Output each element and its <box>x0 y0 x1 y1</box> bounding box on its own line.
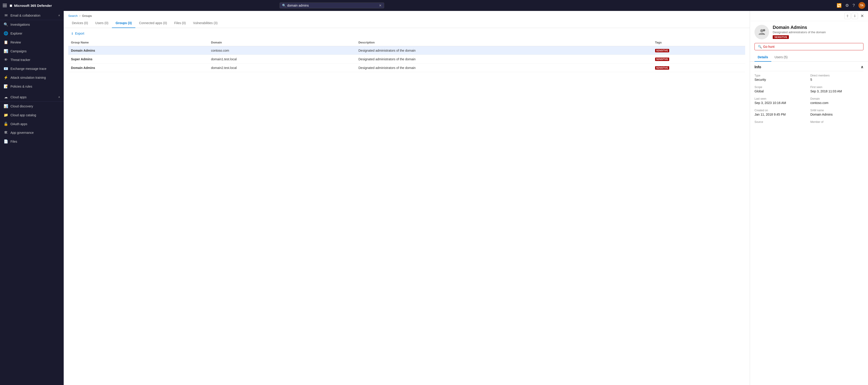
sidebar-item-exchange-message-trace[interactable]: 📧 Exchange message trace <box>0 64 64 73</box>
col-description[interactable]: Description <box>356 39 652 46</box>
info-created-on-label: Created on <box>754 109 808 112</box>
sidebar-item-cloud-app-catalog[interactable]: 📁 Cloud app catalog <box>0 111 64 119</box>
info-scope: Scope Global <box>754 86 808 93</box>
user-avatar[interactable]: TA <box>859 2 865 9</box>
detail-close-button[interactable]: ✕ <box>859 13 865 19</box>
sidebar-item-cloud-discovery[interactable]: 📊 Cloud discovery <box>0 102 64 111</box>
hamburger-icon[interactable] <box>3 4 7 7</box>
sidebar-item-label: OAuth apps <box>10 122 27 126</box>
groups-table-container: Group Name Domain Description Tags Domai… <box>64 39 750 72</box>
row-domain: contoso.com <box>208 46 356 55</box>
sidebar-item-investigations[interactable]: 🔍 Investigations <box>0 20 64 29</box>
nav-prev-button[interactable]: ⇧ <box>844 13 851 19</box>
global-search-box[interactable]: 🔍 ✕ <box>280 2 384 8</box>
row-description: Designated administrators of the domain <box>356 46 652 55</box>
tab-files[interactable]: Files (0) <box>170 19 189 28</box>
detail-tab-users[interactable]: Users (5) <box>771 53 791 62</box>
col-tags[interactable]: Tags <box>652 39 745 46</box>
tab-connected-apps[interactable]: Connected apps (0) <box>135 19 170 28</box>
sidebar-item-label: Review <box>10 40 21 44</box>
oauth-icon: 🔓 <box>4 122 8 126</box>
sidebar-item-campaigns[interactable]: 📊 Campaigns <box>0 47 64 56</box>
col-domain[interactable]: Domain <box>208 39 356 46</box>
exchange-icon: 📧 <box>4 66 8 71</box>
info-source-label: Source <box>754 120 808 123</box>
info-section-label: Info <box>754 65 761 69</box>
export-button[interactable]: ⇓ Export <box>68 30 87 37</box>
info-last-seen: Last seen Sep 3, 2023 10:16 AM <box>754 97 808 105</box>
row-tags: SENSITIVE <box>652 46 745 55</box>
search-clear-icon[interactable]: ✕ <box>379 4 382 7</box>
row-description: Designated administrators of the domain <box>356 63 652 72</box>
info-created-on: Created on Jan 11, 2018 9:45 PM <box>754 109 808 116</box>
info-first-seen-label: First seen <box>810 86 864 89</box>
detail-subtitle: Designated administrators of the domain <box>773 30 863 34</box>
info-domain: Domain contoso.com <box>810 97 864 105</box>
sidebar-group-cloud-apps[interactable]: ☁ Cloud apps ∧ <box>0 93 64 101</box>
email-section: 🔍 Investigations 🌐 Explorer 📋 Review 📊 C… <box>0 20 64 91</box>
detail-sensitive-badge: SENSITIVE <box>773 35 789 39</box>
sidebar-item-explorer[interactable]: 🌐 Explorer <box>0 29 64 38</box>
settings-icon[interactable]: ⚙ <box>845 3 849 8</box>
info-direct-members-value: 5 <box>810 78 864 82</box>
sidebar-item-review[interactable]: 📋 Review <box>0 38 64 47</box>
sidebar-group-email-collaboration[interactable]: ✉ Email & collaboration ∧ <box>0 11 64 20</box>
cloud-section: 📊 Cloud discovery 📁 Cloud app catalog 🔓 … <box>0 101 64 146</box>
sidebar-item-oauth-apps[interactable]: 🔓 OAuth apps <box>0 119 64 128</box>
sidebar-item-policies-rules[interactable]: 📝 Policies & rules <box>0 82 64 91</box>
info-grid: Type Security Direct members 5 Scope Glo… <box>754 74 863 124</box>
threat-tracker-icon: 👁 <box>4 58 8 62</box>
go-hunt-label: Go hunt <box>763 45 775 49</box>
tab-vulnerabilities[interactable]: Vulnerabilities (3) <box>189 19 221 28</box>
sidebar-item-label: Cloud app catalog <box>10 113 36 117</box>
sidebar: ✉ Email & collaboration ∧ 🔍 Investigatio… <box>0 11 64 385</box>
export-label: Export <box>75 32 84 35</box>
info-section-header[interactable]: Info ∧ <box>754 62 863 71</box>
sidebar-item-threat-tracker[interactable]: 👁 Threat tracker <box>0 56 64 64</box>
topbar-right: 🔁 ⚙ ? TA <box>837 2 865 9</box>
info-sam-name-label: SAM name <box>810 109 864 112</box>
share-icon[interactable]: 🔁 <box>837 3 842 8</box>
info-direct-members: Direct members 5 <box>810 74 864 82</box>
tab-devices[interactable]: Devices (0) <box>68 19 92 28</box>
files-icon: 📄 <box>4 139 8 144</box>
table-row[interactable]: Domain Admins contoso.com Designated adm… <box>68 46 745 55</box>
col-group-name[interactable]: Group Name <box>68 39 208 46</box>
detail-tabs: Details Users (5) <box>750 53 868 62</box>
attack-icon: ⚡ <box>4 75 8 80</box>
row-description: Designated administrators of the domain <box>356 55 652 63</box>
sidebar-item-label: Cloud discovery <box>10 105 33 108</box>
app-governance-icon: 🛠 <box>4 130 8 135</box>
tab-groups[interactable]: Groups (3) <box>112 19 135 28</box>
sidebar-item-label: Explorer <box>10 32 22 35</box>
sidebar-item-app-governance[interactable]: 🛠 App governance <box>0 128 64 137</box>
sidebar-item-label: Campaigns <box>10 49 27 53</box>
global-search-input[interactable] <box>287 4 378 7</box>
sidebar-item-files[interactable]: 📄 Files <box>0 137 64 146</box>
help-icon[interactable]: ? <box>852 3 855 8</box>
table-row[interactable]: Super Admins domain1.test.local Designat… <box>68 55 745 63</box>
sidebar-item-label: Policies & rules <box>10 85 32 88</box>
row-group-name: Super Admins <box>68 55 208 63</box>
go-hunt-icon: 🔍 <box>758 45 762 49</box>
sidebar-item-label: Investigations <box>10 23 30 26</box>
sidebar-item-label: Exchange message trace <box>10 67 46 70</box>
detail-panel-nav: ⇧ ⇩ ✕ <box>750 11 868 21</box>
info-scope-label: Scope <box>754 86 808 89</box>
sidebar-item-label-cloud: Cloud apps <box>10 95 27 99</box>
go-hunt-button[interactable]: 🔍 Go hunt <box>754 43 863 50</box>
chevron-up-icon: ∧ <box>58 14 60 17</box>
result-tabs: Devices (0) Users (0) Groups (3) Connect… <box>64 19 750 28</box>
sidebar-item-label: Threat tracker <box>10 58 30 62</box>
main-content: Search > Groups Devices (0) Users (0) Gr… <box>64 11 868 385</box>
nav-next-button[interactable]: ⇩ <box>851 13 858 19</box>
svg-point-0 <box>760 29 763 32</box>
sensitive-badge: SENSITIVE <box>655 49 669 52</box>
sidebar-item-attack-simulation[interactable]: ⚡ Attack simulation training <box>0 73 64 82</box>
table-row[interactable]: Domain Admins domain2.test.local Designa… <box>68 63 745 72</box>
detail-avatar <box>754 25 769 39</box>
tab-users[interactable]: Users (0) <box>92 19 112 28</box>
detail-tab-details[interactable]: Details <box>754 53 771 62</box>
breadcrumb-search[interactable]: Search <box>68 14 78 18</box>
sidebar-item-label: Files <box>10 140 17 143</box>
